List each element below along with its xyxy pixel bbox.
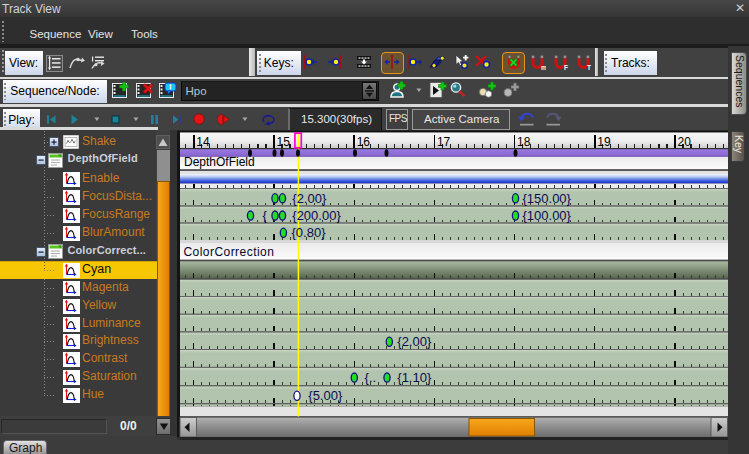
svg-text:16: 16 (357, 135, 371, 149)
svg-text:18: 18 (517, 135, 531, 149)
svg-text:m: m (541, 64, 546, 71)
svg-text:{100.00}: {100.00} (523, 208, 572, 223)
svg-text:15: 15 (277, 135, 291, 149)
svg-text:20: 20 (678, 135, 692, 149)
svg-text:F: F (564, 64, 568, 71)
svg-text:{2.00}: {2.00} (397, 334, 432, 349)
svg-text:{150.00}: {150.00} (523, 191, 572, 206)
svg-text:19: 19 (597, 135, 611, 149)
svg-text:17: 17 (437, 135, 451, 149)
svg-text:14: 14 (196, 135, 210, 149)
svg-text:T: T (587, 64, 591, 71)
svg-text:{5.00}: {5.00} (308, 388, 343, 403)
svg-text:{0.80}: {0.80} (292, 225, 327, 240)
svg-text:ColorCorrection: ColorCorrection (184, 245, 275, 259)
svg-text:{: { (263, 208, 268, 223)
svg-text:{..: {.. (365, 370, 377, 385)
svg-text:{200.00}: {200.00} (292, 208, 341, 223)
svg-text:{1.10}: {1.10} (397, 370, 432, 385)
svg-text:DepthOfField: DepthOfField (184, 155, 255, 169)
svg-text:{2.00}: {2.00} (292, 191, 327, 206)
